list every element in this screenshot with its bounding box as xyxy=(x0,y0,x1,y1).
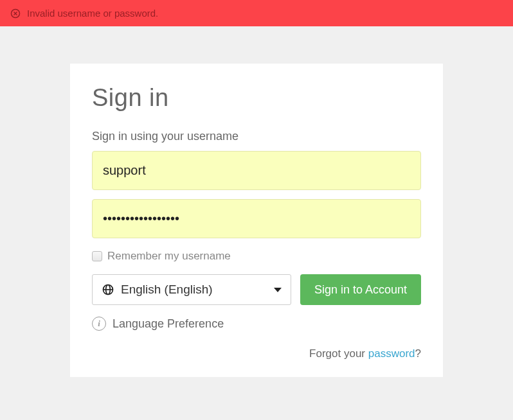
language-select[interactable]: English (English) xyxy=(92,274,291,305)
chevron-down-icon xyxy=(274,288,282,292)
remember-label: Remember my username xyxy=(107,250,231,263)
language-selected: English (English) xyxy=(121,283,267,297)
forgot-suffix: ? xyxy=(415,347,421,360)
username-input[interactable] xyxy=(92,151,421,190)
language-preference-row: i Language Preference xyxy=(92,317,421,331)
password-input[interactable] xyxy=(92,199,421,238)
remember-row: Remember my username xyxy=(92,250,421,263)
forgot-prefix: Forgot your xyxy=(309,347,368,360)
globe-icon xyxy=(102,283,114,296)
forgot-row: Forgot your password? xyxy=(92,347,421,360)
error-icon xyxy=(10,8,21,19)
error-message: Invalid username or password. xyxy=(27,8,158,19)
controls-row: English (English) Sign in to Account xyxy=(92,274,421,305)
language-preference-label: Language Preference xyxy=(113,317,224,331)
forgot-password-link[interactable]: password xyxy=(368,347,415,360)
error-banner: Invalid username or password. xyxy=(0,0,513,26)
signin-button[interactable]: Sign in to Account xyxy=(300,274,421,305)
info-icon: i xyxy=(92,317,106,331)
signin-subtitle: Sign in using your username xyxy=(92,130,421,143)
remember-checkbox[interactable] xyxy=(92,251,102,261)
signin-card: Sign in Sign in using your username Reme… xyxy=(70,64,443,377)
page-title: Sign in xyxy=(92,84,421,112)
